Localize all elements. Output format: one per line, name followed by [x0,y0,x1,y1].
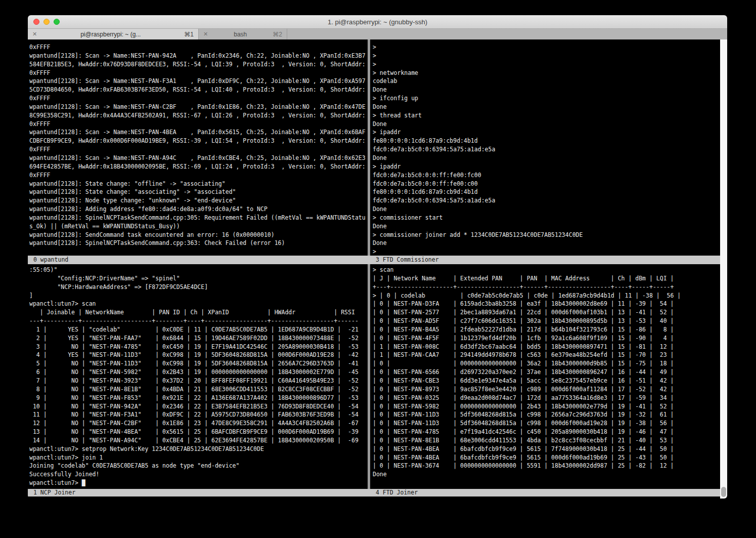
close-tab-icon[interactable]: ✕ [32,31,37,37]
fullscreen-window-button[interactable] [54,19,60,25]
pane-ftd-commissioner-cli[interactable]: > > > > networkname codelab Done > ifcon… [373,43,720,256]
tab-bash[interactable]: ✕ bash ⌘2 [199,29,287,39]
close-tab-icon[interactable]: ✕ [203,31,208,37]
pane-status-ftd-joiner: 4 FTD Joiner [370,489,720,496]
tab-bar-filler [287,29,727,39]
scrollbar[interactable] [720,39,727,499]
terminal-window: 1. pi@raspberrypi: ~ (gnubby-ssh) ✕ pi@r… [28,15,727,499]
screenshot-stage: 1. pi@raspberrypi: ~ (gnubby-ssh) ✕ pi@r… [0,0,756,538]
traffic-lights [33,15,60,28]
pane-status-ncp-joiner: 1 NCP Joiner [28,489,370,496]
scrollbar-thumb[interactable] [721,487,726,497]
close-window-button[interactable] [33,19,39,25]
pane-ncp-joiner-cli[interactable]: :55:05)" "Config:NCP:DriverName" => "spi… [29,266,368,488]
pane-wpantund-log[interactable]: 0xFFFF wpantund[2128]: Scan -> Name:NEST… [29,43,368,256]
window-title: 1. pi@raspberrypi: ~ (gnubby-ssh) [328,18,427,26]
tab-shortcut: ⌘1 [184,31,194,38]
minimize-window-button[interactable] [43,19,50,25]
pane-status-wpantund: 0 wpantund [28,256,370,264]
tab-label: bash [234,31,247,38]
tmux-terminal: 0xFFFF wpantund[2128]: Scan -> Name:NEST… [28,39,727,499]
window-titlebar: 1. pi@raspberrypi: ~ (gnubby-ssh) [28,15,727,29]
pane-ftd-joiner-cli[interactable]: > scan | J | Network Name | Extended PAN… [373,266,720,488]
pane-status-ftd-commissioner: 3 FTD Commissioner [370,256,720,264]
tab-shortcut: ⌘2 [273,31,282,38]
tab-bar: ✕ pi@raspberrypi: ~ (g... ⌘1 ✕ bash ⌘2 [28,29,727,39]
tab-label: pi@raspberrypi: ~ (g... [80,31,141,38]
tmux-vertical-pane-divider [368,39,370,496]
tab-ssh-session[interactable]: ✕ pi@raspberrypi: ~ (g... ⌘1 [28,29,199,39]
